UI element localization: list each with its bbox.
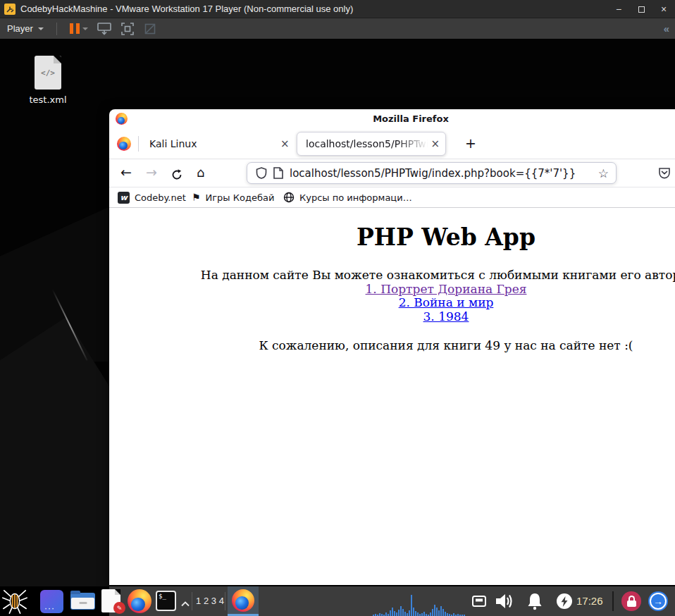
send-ctrl-alt-del-button[interactable]: [97, 23, 111, 35]
forward-button: →: [146, 164, 157, 180]
dots-glyph: ···: [44, 603, 55, 613]
pocket-icon[interactable]: [657, 166, 671, 183]
lock-screen-button[interactable]: [621, 591, 641, 611]
url-bar[interactable]: localhost/lesson5/PHPTwig/index.php?book…: [247, 162, 617, 184]
firefox-launcher-icon[interactable]: [128, 589, 151, 613]
maximize-icon: [638, 6, 645, 13]
chevron-down-icon: [38, 27, 44, 30]
notifications-bell-icon[interactable]: [526, 592, 543, 613]
tab-label: localhost/lesson5/PHPTwig/i: [306, 138, 431, 149]
page-title: PHP Web App: [109, 224, 675, 251]
url-text[interactable]: localhost/lesson5/PHPTwig/index.php?book…: [290, 167, 592, 180]
codeby-favicon: w: [118, 192, 130, 204]
multiple-monitors-button-disabled: [144, 23, 156, 35]
firefox-logo-icon: [116, 113, 128, 125]
code-glyph: </>: [35, 56, 61, 90]
terminal-icon[interactable]: $_: [156, 591, 176, 611]
minimize-button[interactable]: −: [607, 0, 630, 18]
page-content: PHP Web App На данном сайте Вы можете оз…: [109, 208, 675, 585]
tab-bar: Kali Linux × localhost/lesson5/PHPTwig/i…: [109, 128, 675, 159]
tab-kali-linux[interactable]: Kali Linux: [149, 138, 197, 149]
collapse-toolbar-button[interactable]: «: [664, 23, 668, 35]
home-button[interactable]: ⌂: [197, 165, 204, 180]
separator: [138, 136, 139, 152]
page-info-icon[interactable]: [273, 167, 283, 179]
firefox-icon: [232, 589, 254, 612]
separator: [56, 23, 57, 35]
bookmark-label: Игры Кодебай: [206, 192, 275, 203]
back-button[interactable]: ←: [120, 164, 132, 180]
vmware-window-title: CodebyHackMashine - VMware Workstation 1…: [20, 4, 353, 14]
bookmark-label: Курсы по информаци…: [299, 192, 412, 203]
chevron-down-icon[interactable]: [82, 27, 88, 30]
vmware-toolbar: Player «: [0, 18, 675, 39]
bookmark-star-icon[interactable]: ☆: [598, 166, 609, 180]
globe-icon: [283, 192, 295, 203]
bookmark-courses[interactable]: Курсы по информаци…: [283, 187, 412, 207]
navigation-toolbar: ← → ⌂ localhost/lesson5/PHPTwig/index.ph…: [109, 159, 675, 187]
volume-icon[interactable]: [496, 593, 514, 612]
bookmark-codeby[interactable]: w Codeby.net: [118, 187, 186, 207]
vmware-titlebar: CodebyHackMashine - VMware Workstation 1…: [0, 0, 675, 18]
new-tab-button[interactable]: +: [465, 135, 476, 151]
close-tab-icon[interactable]: ×: [280, 137, 290, 150]
pencil-icon: ✎: [113, 602, 125, 614]
maximize-button[interactable]: [630, 0, 652, 18]
player-menu-button[interactable]: Player: [0, 18, 51, 39]
separator: [225, 592, 225, 610]
arrow-right-icon: →: [653, 596, 663, 607]
workspace-switcher[interactable]: 1 2 3 4: [194, 596, 225, 606]
app-launcher-icon[interactable]: ···: [40, 590, 63, 613]
firefox-titlebar: Mozilla Firefox: [109, 109, 675, 128]
file-manager-icon[interactable]: [70, 591, 95, 612]
bookmarks-toolbar: w Codeby.net ⚑ Игры Кодебай Курсы по инф…: [109, 187, 675, 208]
chevron-up-icon[interactable]: [181, 597, 190, 610]
desktop-file-test-xml[interactable]: </> test.xml: [20, 56, 75, 105]
intro-text: На данном сайте Вы можете ознакомиться с…: [109, 269, 675, 283]
power-manager-icon[interactable]: [557, 593, 572, 609]
not-found-message: К сожалению, описания для книги 49 у нас…: [109, 338, 675, 352]
separator: [612, 591, 614, 611]
clock[interactable]: 17:26: [576, 595, 603, 607]
flag-icon: ⚑: [192, 192, 201, 203]
kali-menu-button[interactable]: [1, 588, 28, 615]
display-tray-icon[interactable]: [472, 596, 486, 610]
taskbar: ··· ✎ $_ 1 2 3 4 17:26 →: [0, 586, 675, 616]
fullscreen-button[interactable]: [121, 23, 134, 35]
logout-button[interactable]: →: [648, 591, 668, 611]
desktop-file-label: test.xml: [20, 94, 75, 105]
text-editor-icon[interactable]: ✎: [101, 589, 120, 612]
vmware-logo-icon: [4, 4, 16, 15]
network-monitor-graph: [372, 588, 466, 616]
separator: [192, 592, 192, 610]
firefox-window-title: Mozilla Firefox: [373, 113, 449, 124]
xml-file-icon: </>: [35, 56, 61, 90]
firefox-window: Mozilla Firefox Kali Linux × localhost/l…: [109, 109, 675, 585]
book-link-3[interactable]: 3. 1984: [109, 310, 675, 324]
close-button[interactable]: ×: [652, 0, 675, 18]
bookmark-label: Codeby.net: [135, 192, 186, 203]
folder-front: [71, 598, 94, 609]
book-link-1[interactable]: 1. Портрет Дориана Грея: [109, 283, 675, 297]
shield-icon[interactable]: [256, 167, 267, 179]
guest-desktop: </> test.xml Mozilla Firefox Kali Linux …: [0, 39, 675, 586]
firefox-view-icon[interactable]: [117, 137, 131, 151]
bookmark-games[interactable]: ⚑ Игры Кодебай: [192, 187, 274, 207]
suspend-vm-button[interactable]: [70, 23, 80, 34]
tab-localhost-active[interactable]: localhost/lesson5/PHPTwig/i ×: [297, 132, 446, 156]
book-link-2[interactable]: 2. Война и мир: [109, 296, 675, 310]
taskbar-firefox-window-button[interactable]: [228, 586, 259, 616]
reload-button[interactable]: [171, 168, 182, 183]
close-tab-icon[interactable]: ×: [431, 137, 440, 150]
